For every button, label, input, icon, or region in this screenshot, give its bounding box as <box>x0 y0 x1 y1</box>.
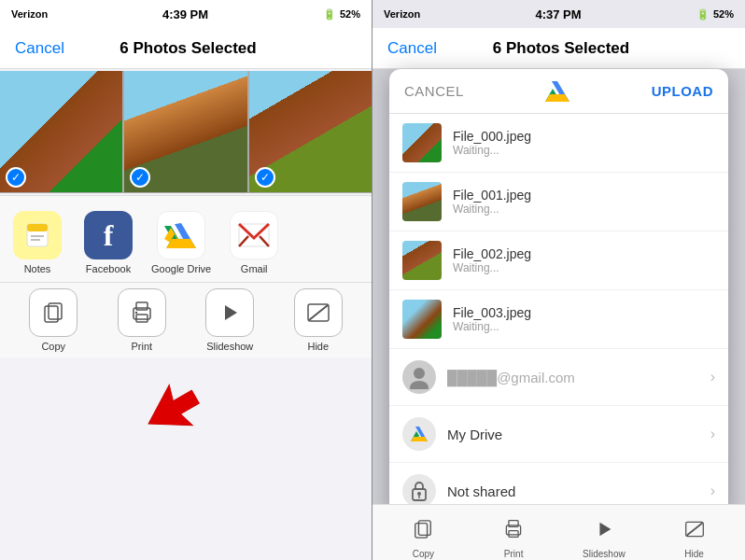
file-status-3: Waiting... <box>453 320 715 333</box>
nav-bar-left: Cancel 6 Photos Selected <box>0 28 372 69</box>
svg-rect-41 <box>509 531 518 538</box>
file-thumb-1 <box>402 182 442 221</box>
photo-cell-1[interactable]: ✓ <box>0 71 122 193</box>
file-info-2: File_002.jpeg Waiting... <box>453 246 715 274</box>
location-list: █████@gmail.com › My Drive › <box>389 349 728 519</box>
battery-right: 🔋 52% <box>696 8 734 21</box>
location-mydrive[interactable]: My Drive › <box>389 406 728 463</box>
share-sheet: Notes f Facebook <box>0 195 372 357</box>
modal-gdrive-logo <box>543 79 571 104</box>
app-row: Notes f Facebook <box>0 205 372 280</box>
print-icon <box>118 288 166 337</box>
notes-label: Notes <box>24 263 51 274</box>
file-name-0: File_000.jpeg <box>453 129 715 144</box>
modal-cancel-button[interactable]: CANCEL <box>404 83 464 99</box>
right-phone: Verizon 4:37 PM 🔋 52% Cancel 6 Photos Se… <box>372 0 745 560</box>
svg-rect-19 <box>136 315 148 322</box>
carrier-right: Verizon <box>384 8 420 20</box>
bottom-hide-icon <box>678 512 711 546</box>
bottom-bar-right: Copy Print Slideshow <box>372 504 745 560</box>
account-icon <box>402 360 436 394</box>
copy-icon <box>29 288 77 337</box>
bottom-print-label: Print <box>504 549 524 559</box>
status-bar-left: Verizon 4:39 PM 🔋 52% <box>0 0 372 28</box>
battery-left: 🔋 52% <box>323 8 360 21</box>
action-slideshow[interactable]: Slideshow <box>186 288 274 352</box>
gdrive-icon <box>157 211 205 259</box>
bottom-copy[interactable]: Copy <box>382 512 465 559</box>
mydrive-chevron: › <box>710 426 715 442</box>
svg-marker-21 <box>225 305 237 320</box>
svg-rect-18 <box>136 302 148 310</box>
file-thumb-0 <box>402 123 442 162</box>
left-phone: Verizon 4:39 PM 🔋 52% Cancel 6 Photos Se… <box>0 0 372 560</box>
googledrive-label: Google Drive <box>151 263 211 274</box>
svg-rect-1 <box>27 224 48 231</box>
red-arrow <box>126 371 215 460</box>
bottom-slideshow[interactable]: Slideshow <box>563 512 646 559</box>
bottom-print[interactable]: Print <box>472 512 555 559</box>
status-bar-right: Verizon 4:37 PM 🔋 52% <box>372 0 745 28</box>
file-list: File_000.jpeg Waiting... File_001.jpeg W… <box>389 114 728 349</box>
svg-point-29 <box>414 368 425 379</box>
file-item-1: File_001.jpeg Waiting... <box>389 173 728 231</box>
file-status-0: Waiting... <box>453 144 715 157</box>
carrier-left: Verizon <box>11 8 48 20</box>
bottom-slideshow-label: Slideshow <box>583 549 626 559</box>
notshared-icon <box>402 474 436 508</box>
modal-upload-button[interactable]: UPLOAD <box>652 83 713 99</box>
notshared-label: Not shared <box>447 483 699 499</box>
location-account[interactable]: █████@gmail.com › <box>389 349 728 406</box>
slideshow-label: Slideshow <box>206 341 253 352</box>
app-item-facebook[interactable]: f Facebook <box>80 211 136 274</box>
modal-header: CANCEL UPLOAD <box>389 69 728 114</box>
svg-point-20 <box>135 312 137 314</box>
file-thumb-3 <box>402 300 442 339</box>
facebook-label: Facebook <box>86 263 131 274</box>
action-copy[interactable]: Copy <box>9 288 98 352</box>
svg-marker-42 <box>599 523 611 537</box>
svg-point-30 <box>410 381 429 389</box>
file-info-1: File_001.jpeg Waiting... <box>453 188 715 216</box>
photo-grid: ✓ ✓ ✓ <box>0 71 372 193</box>
svg-line-44 <box>686 523 702 536</box>
action-print[interactable]: Print <box>98 288 187 352</box>
svg-marker-24 <box>137 376 207 443</box>
file-name-1: File_001.jpeg <box>453 188 715 203</box>
app-item-notes[interactable]: Notes <box>9 211 65 274</box>
photo-cell-2[interactable]: ✓ <box>124 71 246 193</box>
photo-cell-3[interactable]: ✓ <box>249 71 372 193</box>
file-item-3: File_003.jpeg Waiting... <box>389 290 728 349</box>
bottom-copy-label: Copy <box>413 549 434 559</box>
account-chevron: › <box>710 369 715 385</box>
hide-label: Hide <box>307 341 329 352</box>
title-left: 6 Photos Selected <box>119 39 256 58</box>
mydrive-icon <box>402 417 436 451</box>
gmail-label: Gmail <box>241 263 268 274</box>
file-name-2: File_002.jpeg <box>453 246 715 261</box>
action-hide[interactable]: Hide <box>274 288 363 352</box>
notes-icon <box>13 211 62 259</box>
file-name-3: File_003.jpeg <box>453 305 715 320</box>
bottom-copy-icon <box>406 512 440 546</box>
notshared-chevron: › <box>710 483 715 499</box>
nav-bar-right: Cancel 6 Photos Selected <box>372 28 745 69</box>
account-label: █████@gmail.com <box>447 370 699 385</box>
file-status-2: Waiting... <box>453 261 715 274</box>
cancel-button-left[interactable]: Cancel <box>15 39 64 58</box>
app-item-googledrive[interactable]: Google Drive <box>151 211 211 274</box>
svg-rect-40 <box>509 521 518 527</box>
svg-marker-33 <box>411 437 428 441</box>
app-item-gmail[interactable]: Gmail <box>226 211 282 274</box>
time-right: 4:37 PM <box>535 7 581 21</box>
print-label: Print <box>131 341 152 352</box>
hide-icon <box>294 288 343 337</box>
file-thumb-2 <box>402 241 442 280</box>
bottom-hide[interactable]: Hide <box>653 512 736 559</box>
facebook-icon: f <box>84 211 133 259</box>
cancel-button-right-nav[interactable]: Cancel <box>387 39 437 58</box>
slideshow-icon <box>205 288 254 337</box>
bottom-slideshow-icon <box>587 512 621 546</box>
svg-point-35 <box>417 492 421 496</box>
svg-line-23 <box>309 305 328 320</box>
